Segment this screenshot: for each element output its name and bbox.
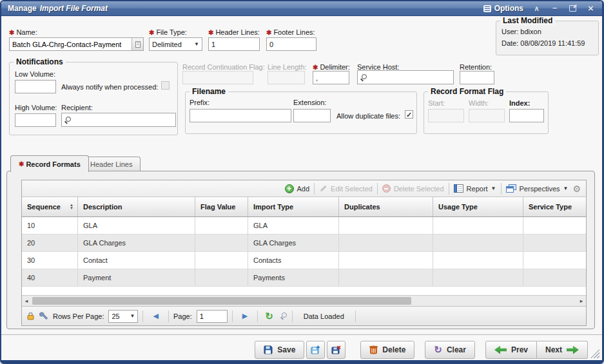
retention-input[interactable] <box>460 71 494 84</box>
table-row[interactable]: 30 Contact Contacts <box>22 252 586 269</box>
last-modified-date: Date: 08/08/2019 11:41:59 <box>502 39 585 47</box>
table-row[interactable]: 10 GLA GLA <box>22 217 586 235</box>
prev-button[interactable]: Prev <box>485 341 537 359</box>
start-label: Start: <box>428 99 445 107</box>
column-header-flag-value[interactable]: Flag Value <box>195 197 248 216</box>
wrench-icon[interactable] <box>39 312 48 321</box>
sort-icon[interactable] <box>70 204 73 210</box>
scroll-left-icon[interactable] <box>22 296 31 306</box>
edit-selected-button[interactable]: Edit Selected <box>319 184 373 193</box>
width-input[interactable] <box>469 109 505 122</box>
next-button[interactable]: Next <box>537 341 588 359</box>
cell-usage-type <box>433 235 523 251</box>
column-header-import-type[interactable]: Import Type <box>248 197 339 216</box>
lock-icon[interactable] <box>26 312 35 320</box>
options-label: Options <box>494 4 523 13</box>
minus-circle-icon <box>382 184 391 193</box>
cell-import-type: Contacts <box>248 252 339 269</box>
cell-flag-value <box>195 269 248 286</box>
perspectives-icon <box>506 184 516 193</box>
tab-record-formats[interactable]: ✱ Record Formats <box>10 155 89 172</box>
rows-per-page-select[interactable]: 25 <box>108 310 138 323</box>
table-row[interactable]: 20 GLA Charges GLA Charges <box>22 235 586 252</box>
cell-description: Contact <box>78 252 195 269</box>
filename-fieldset: Filename Prefix: Extension: Allow duplic… <box>185 91 417 134</box>
notifications-legend: Notifications <box>14 57 66 66</box>
line-length-input[interactable] <box>268 71 305 84</box>
high-volume-input[interactable] <box>15 113 56 127</box>
grid-container: Add Edit Selected Delete Selected Report… <box>21 180 587 326</box>
pager-separator <box>257 311 258 322</box>
footer-divider <box>1 334 602 335</box>
horizontal-scrollbar[interactable] <box>22 295 586 306</box>
close-icon[interactable] <box>586 3 596 14</box>
clear-button[interactable]: Clear <box>425 341 475 359</box>
footer-button-bar: Save Delete Clear Prev Next <box>1 341 602 359</box>
previous-page-icon[interactable] <box>148 312 163 320</box>
scrollbar-thumb[interactable] <box>32 297 411 305</box>
cell-flag-value <box>195 252 248 269</box>
options-button[interactable]: Options <box>483 4 523 13</box>
add-button[interactable]: Add <box>285 184 310 193</box>
table-row[interactable]: 40 Payment Payments <box>22 269 586 287</box>
name-input[interactable] <box>10 38 132 50</box>
width-label: Width: <box>469 99 489 107</box>
extension-input[interactable] <box>293 109 331 122</box>
save-button[interactable]: Save <box>255 341 304 359</box>
low-volume-input[interactable] <box>15 80 56 93</box>
search-icon[interactable] <box>64 117 72 124</box>
recipient-input[interactable] <box>73 115 173 124</box>
refresh-icon[interactable] <box>262 311 276 322</box>
trash-icon <box>369 345 378 354</box>
column-header-description[interactable]: Description <box>78 197 195 216</box>
recipient-label: Recipient: <box>61 104 93 111</box>
recipient-field <box>61 113 176 127</box>
gear-icon[interactable] <box>572 184 581 194</box>
start-input[interactable] <box>428 109 464 122</box>
pager-separator <box>292 311 293 322</box>
tab-header-lines[interactable]: Header Lines <box>82 157 141 171</box>
cell-service-type <box>523 252 586 269</box>
high-volume-label: High Volume: <box>15 104 57 111</box>
titlebar[interactable]: ManageImport File Format Options <box>1 1 602 16</box>
save-and-close-button[interactable] <box>327 341 346 359</box>
search-icon[interactable] <box>280 312 287 320</box>
perspectives-button[interactable]: Perspectives ▼ <box>506 184 569 193</box>
rows-per-page-label: Rows Per Page: <box>53 312 104 320</box>
allow-duplicates-checkbox[interactable] <box>405 110 413 119</box>
prefix-input[interactable] <box>190 109 291 122</box>
cell-duplicates <box>339 252 433 269</box>
column-header-usage-type[interactable]: Usage Type <box>433 197 523 216</box>
column-header-sequence[interactable]: Sequence <box>22 197 78 216</box>
next-page-icon[interactable] <box>237 312 253 320</box>
name-picker-button[interactable] <box>132 38 143 50</box>
dialog-window: ManageImport File Format Options ✱Name: … <box>0 0 604 364</box>
column-header-duplicates[interactable]: Duplicates <box>339 197 433 216</box>
scroll-right-icon[interactable] <box>577 296 586 306</box>
cell-description: GLA Charges <box>78 235 195 251</box>
save-and-new-button[interactable] <box>306 341 325 359</box>
delimiter-input[interactable] <box>313 71 349 84</box>
header-lines-input[interactable] <box>208 37 260 51</box>
collapse-icon[interactable] <box>532 4 541 14</box>
cell-flag-value <box>195 235 248 251</box>
pager-bar: Rows Per Page: 25 Page: Data Loaded <box>22 306 586 325</box>
popout-icon[interactable] <box>568 3 578 14</box>
record-continuation-flag-input[interactable] <box>182 71 253 84</box>
report-button[interactable]: Report ▼ <box>454 184 496 193</box>
minimize-icon[interactable] <box>550 3 560 14</box>
footer-lines-input[interactable] <box>266 37 317 51</box>
cell-import-type: GLA <box>248 217 339 234</box>
file-type-select[interactable]: Delimited <box>149 37 202 51</box>
delete-button[interactable]: Delete <box>360 341 414 359</box>
status-text: Data Loaded <box>297 312 351 320</box>
column-header-service-type[interactable]: Service Type <box>523 197 586 216</box>
always-notify-checkbox[interactable] <box>161 81 170 90</box>
service-host-input[interactable] <box>369 73 451 82</box>
search-icon[interactable] <box>360 74 367 81</box>
delimiter-label: ✱Delimiter: <box>313 63 350 71</box>
delete-selected-button[interactable]: Delete Selected <box>382 184 444 193</box>
page-input[interactable] <box>197 310 228 323</box>
cell-import-type: Payments <box>248 269 339 286</box>
index-input[interactable] <box>509 109 544 122</box>
